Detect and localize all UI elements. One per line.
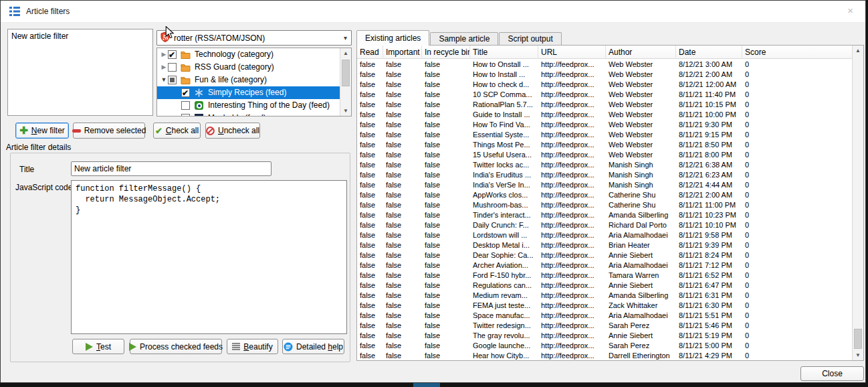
table-row[interactable]: falsefalsefalseIndia's Eruditus ...http:… [357,170,852,180]
articles-table[interactable]: ReadImportantIn recycle binTitleURLAutho… [356,45,864,361]
scroll-up-icon[interactable]: ▲ [340,48,351,58]
cell-in-recycle-bin: false [422,230,470,240]
tree-checkbox[interactable] [181,101,190,110]
cell-read: false [357,170,383,180]
column-header-score[interactable]: Score [742,46,853,59]
beautify-button[interactable]: Beautify [227,339,278,354]
scroll-up-icon[interactable]: ▲ [853,46,863,56]
table-row[interactable]: falsefalsefalseDesktop Metal i...http://… [357,240,852,250]
tree-scroll-thumb[interactable] [342,60,350,86]
table-header[interactable]: ReadImportantIn recycle binTitleURLAutho… [357,46,863,59]
table-row[interactable]: falsefalsefalseAppWorks clos...http://fe… [357,190,852,200]
table-row[interactable]: falsefalsefalseMedium revam...http://fee… [357,291,852,301]
column-header-read[interactable]: Read [357,46,383,59]
scroll-down-icon[interactable]: ▼ [340,106,351,116]
cell-url: http://feedprox... [538,220,606,230]
table-row[interactable]: falsefalsefalseTwitter redesign...http:/… [357,321,852,331]
column-header-in-recycle-bin[interactable]: In recycle bin [422,46,470,59]
cell-title: Space manufac... [470,311,538,321]
table-row[interactable]: falsefalsefalseThe gray revolu...http://… [357,331,852,341]
filter-list[interactable]: New article filter [7,29,153,116]
table-row[interactable]: falsefalsefalseDaily Crunch: F...http://… [357,220,852,230]
table-row[interactable]: falsefalsefalseFord F-150 hybr...http://… [357,270,852,281]
tree-item[interactable]: mMashable (feed) [157,112,340,117]
check-all-button[interactable]: ✔ Check all [153,123,201,139]
table-row[interactable]: falsefalsefalseThings Most Pe...http://f… [357,140,852,150]
scroll-down-icon[interactable]: ▼ [853,350,863,360]
table-row[interactable]: falsefalsefalseRegulations can...http://… [357,281,852,291]
cell-in-recycle-bin: false [422,110,470,120]
table-row[interactable]: falsefalsefalseGoogle launche...http://f… [357,341,852,351]
cell-in-recycle-bin: false [422,140,470,150]
tree-item[interactable]: Simply Recipes (feed) [157,86,340,99]
cell-date: 8/11/21 10:23 PM [676,210,742,220]
table-row[interactable]: falsefalsefalseSpace manufac...http://fe… [357,311,852,321]
close-button[interactable]: Close [800,366,864,381]
tab-existing-articles[interactable]: Existing articles [356,30,429,46]
filter-list-item[interactable]: New article filter [8,29,152,43]
table-row[interactable]: falsefalsefalseHow to check d...http://f… [357,80,852,90]
account-dropdown[interactable]: rotter (RSS/ATOM/JSON) ▾ [156,30,352,46]
table-row[interactable]: falsefalsefalseHow to Install ...http://… [357,70,852,80]
tree-checkbox[interactable] [168,63,177,72]
feed-tree[interactable]: ▶Technology (category)▶RSS Guard (catego… [156,48,352,117]
new-filter-button[interactable]: ✚ New filter [15,123,69,139]
title-input[interactable] [71,161,272,176]
column-header-url[interactable]: URL [538,46,606,59]
tree-scrollbar[interactable]: ▲ ▼ [340,48,351,116]
cell-title: Ford F-150 hybr... [470,270,538,281]
expander-collapsed-icon[interactable]: ▶ [160,61,168,74]
cell-title: How to check d... [470,80,538,90]
detailed-help-button[interactable]: Detailed help [282,339,344,354]
process-checked-feeds-button[interactable]: Process checked feeds [130,339,222,354]
table-row[interactable]: falsefalsefalseHow To Find Va...http://f… [357,120,852,130]
tree-item[interactable]: ▶RSS Guard (category) [157,61,340,74]
cell-score: 0 [742,200,852,210]
close-icon[interactable]: × [847,5,853,16]
column-header-date[interactable]: Date [676,46,742,59]
column-header-author[interactable]: Author [606,46,676,59]
js-code-editor[interactable]: function filterMessage() { return Messag… [71,180,347,334]
tree-item[interactable]: ▼Fun & life (category) [157,74,340,86]
cell-url: http://feedprox... [538,341,606,351]
tree-item[interactable]: Interesting Thing of the Day (feed) [157,99,340,112]
cell-in-recycle-bin: false [422,281,470,291]
table-row[interactable]: falsefalsefalseTwitter locks ac...http:/… [357,160,852,170]
uncheck-all-button[interactable]: Uncheck all [205,123,260,139]
tree-checkbox[interactable] [181,88,190,97]
check-all-label: Check all [166,126,199,135]
table-row[interactable]: falsefalsefalseTinder's interact...http:… [357,210,852,220]
table-scroll-thumb[interactable] [854,329,862,349]
cell-date: 8/11/21 10:10 PM [676,220,742,230]
remove-selected-button[interactable]: Remove selected [73,123,145,139]
table-row[interactable]: falsefalsefalseGuide to Install ...http:… [357,110,852,120]
table-row[interactable]: falsefalsefalseRationalPlan 5.7...http:/… [357,100,852,110]
table-row[interactable]: falsefalsefalseHow to Onstall ...http://… [357,60,852,70]
table-row[interactable]: falsefalsefalseEssential Syste...http://… [357,130,852,140]
table-row[interactable]: falsefalsefalseIndia's VerSe In...http:/… [357,180,852,190]
table-row[interactable]: falsefalsefalse10 SCP Comma...http://fee… [357,90,852,100]
column-header-important[interactable]: Important [383,46,422,59]
cell-date: 8/11/21 5:46 PM [676,321,742,331]
table-scrollbar[interactable]: ▲ ▼ [852,46,863,360]
cell-score: 0 [742,260,852,270]
table-row[interactable]: falsefalsefalseArcher Aviation...http://… [357,260,852,270]
expander-collapsed-icon[interactable]: ▶ [160,48,168,61]
tab-sample-article[interactable]: Sample article [430,32,498,46]
tree-item[interactable]: ▶Technology (category) [157,48,340,61]
test-button[interactable]: Test [72,339,124,354]
tree-checkbox[interactable] [168,50,177,59]
table-row[interactable]: falsefalsefalseFEMA just teste...http://… [357,301,852,311]
table-row[interactable]: falsefalsefalseHear how Cityb...http://f… [357,351,852,360]
table-row[interactable]: falsefalsefalseDear Sophie: Ca...http://… [357,250,852,260]
remove-selected-label: Remove selected [84,126,146,135]
tree-checkbox[interactable] [181,114,190,117]
column-header-title[interactable]: Title [470,46,538,59]
table-row[interactable]: falsefalsefalseMushroom-bas...http://fee… [357,200,852,210]
table-row[interactable]: falsefalsefalse15 Useful Usera...http://… [357,150,852,160]
cell-important: false [383,210,422,220]
expander-expanded-icon[interactable]: ▼ [160,74,168,86]
tree-checkbox[interactable] [168,76,177,84]
table-row[interactable]: falsefalsefalseLordstown will ...http://… [357,230,852,240]
tab-script-output[interactable]: Script output [499,32,561,46]
